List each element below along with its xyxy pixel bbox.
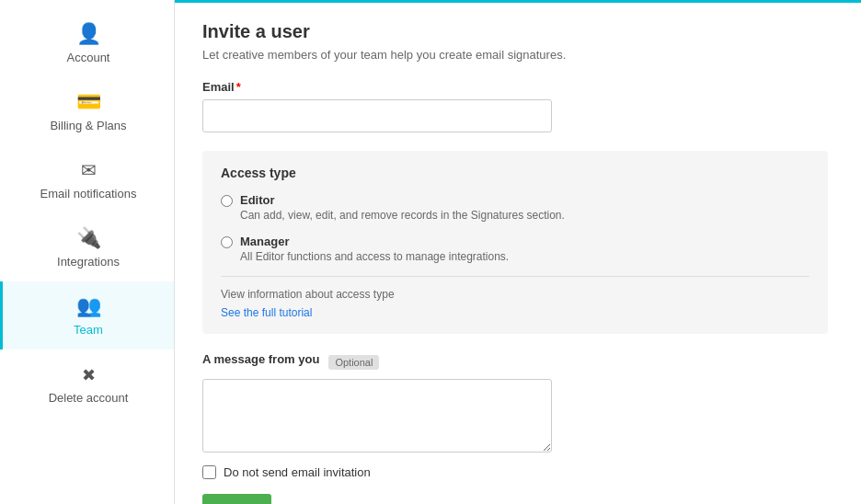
access-info-text: View information about access type <box>221 288 809 301</box>
editor-description: Can add, view, edit, and remove records … <box>240 209 565 222</box>
tutorial-link[interactable]: See the full tutorial <box>221 306 312 319</box>
message-textarea[interactable] <box>202 379 552 452</box>
sidebar-item-account[interactable]: Account <box>0 9 174 77</box>
radio-option-manager[interactable]: Manager All Editor functions and access … <box>221 235 809 263</box>
email-field-group: Email* <box>202 80 833 132</box>
integrations-icon <box>76 226 101 250</box>
sidebar-item-label: Email notifications <box>40 187 137 200</box>
billing-icon <box>76 90 101 114</box>
main-content: Invite a user Let creative members of yo… <box>175 0 861 504</box>
sidebar-item-label: Billing & Plans <box>50 119 126 132</box>
sidebar-item-label: Team <box>74 323 103 337</box>
no-invitation-checkbox-row: Do not send email invitation <box>202 465 833 479</box>
sidebar-item-billing[interactable]: Billing & Plans <box>0 77 174 145</box>
access-type-title: Access type <box>221 166 809 180</box>
email-icon <box>81 158 97 182</box>
page-title: Invite a user <box>202 21 833 42</box>
page-subtitle: Let creative members of your team help y… <box>202 48 833 62</box>
sidebar-item-delete-account[interactable]: Delete account <box>0 349 174 418</box>
section-divider <box>221 276 809 277</box>
sidebar: Account Billing & Plans Email notificati… <box>0 0 175 504</box>
sidebar-item-email-notifications[interactable]: Email notifications <box>0 145 174 213</box>
no-invite-checkbox[interactable] <box>202 465 216 479</box>
team-icon <box>76 294 101 318</box>
editor-label: Editor <box>240 193 565 207</box>
email-input[interactable] <box>202 99 552 132</box>
no-invite-label: Do not send email invitation <box>224 465 371 479</box>
message-label: A message from you <box>202 352 319 366</box>
sidebar-item-integrations[interactable]: Integrations <box>0 213 174 281</box>
required-mark: * <box>236 80 241 94</box>
sidebar-item-label: Integrations <box>57 255 120 269</box>
access-type-section: Access type Editor Can add, view, edit, … <box>202 151 828 334</box>
sidebar-item-label: Delete account <box>49 391 129 405</box>
sidebar-item-label: Account <box>67 51 110 64</box>
email-label: Email* <box>202 80 833 94</box>
radio-manager[interactable] <box>221 236 233 248</box>
radio-option-editor[interactable]: Editor Can add, view, edit, and remove r… <box>221 193 809 222</box>
manager-label: Manager <box>240 235 509 248</box>
add-button[interactable]: Add <box>202 494 271 504</box>
radio-editor[interactable] <box>221 195 233 207</box>
account-icon <box>76 22 101 46</box>
manager-description: All Editor functions and access to manag… <box>240 250 509 263</box>
message-label-row: A message from you Optional <box>202 352 833 372</box>
sidebar-item-team[interactable]: Team <box>0 281 174 349</box>
delete-icon <box>82 362 96 386</box>
optional-badge: Optional <box>328 355 379 370</box>
